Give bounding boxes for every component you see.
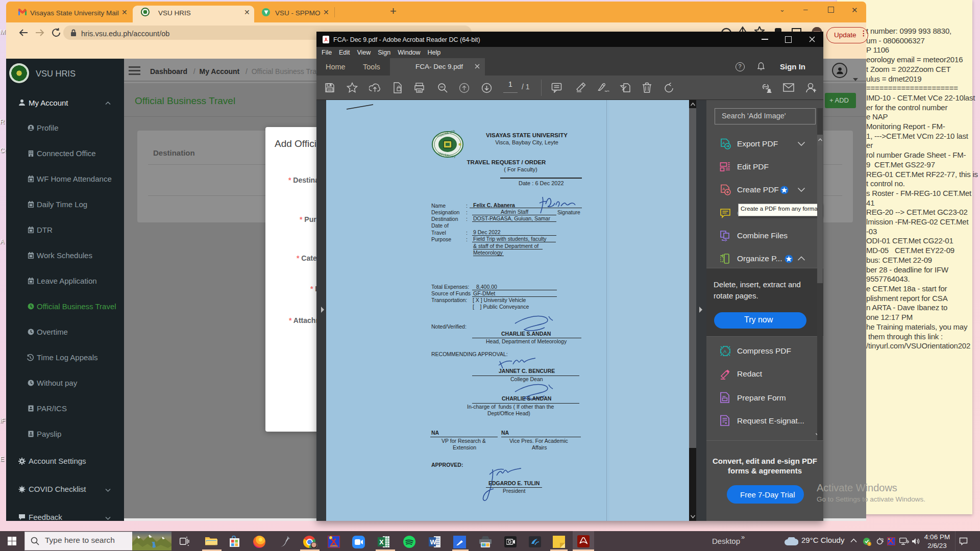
svg-text:X: X bbox=[379, 538, 384, 546]
svg-text:W: W bbox=[430, 538, 437, 546]
svg-text:A: A bbox=[723, 349, 726, 354]
